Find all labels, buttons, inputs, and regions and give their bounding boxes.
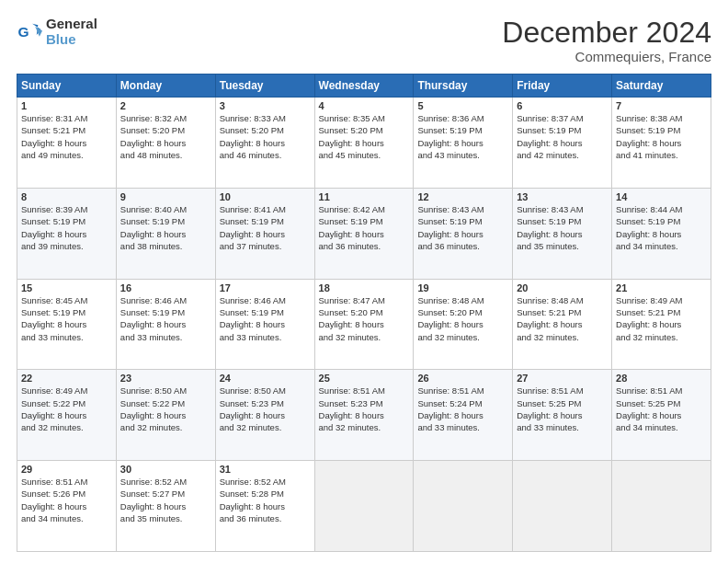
subtitle: Commequiers, France — [502, 49, 711, 64]
day-number: 16 — [120, 282, 211, 293]
cell-content: Sunrise: 8:51 AMSunset: 5:25 PMDaylight:… — [616, 385, 707, 433]
svg-text:G: G — [18, 23, 29, 39]
calendar-col-friday: Friday — [513, 75, 612, 98]
day-number: 11 — [319, 191, 410, 202]
day-number: 5 — [417, 100, 508, 111]
cell-content: Sunrise: 8:37 AMSunset: 5:19 PMDaylight:… — [517, 112, 608, 161]
cell-content: Sunrise: 8:48 AMSunset: 5:20 PMDaylight:… — [417, 294, 508, 343]
cell-content: Sunrise: 8:38 AMSunset: 5:19 PMDaylight:… — [616, 112, 707, 161]
calendar-cell: 25Sunrise: 8:51 AMSunset: 5:23 PMDayligh… — [314, 370, 414, 461]
calendar-table: SundayMondayTuesdayWednesdayThursdayFrid… — [17, 74, 711, 552]
cell-content: Sunrise: 8:50 AMSunset: 5:23 PMDaylight:… — [220, 385, 311, 433]
calendar-col-tuesday: Tuesday — [215, 75, 314, 98]
calendar-cell: 27Sunrise: 8:51 AMSunset: 5:25 PMDayligh… — [513, 370, 612, 461]
day-number: 3 — [220, 100, 311, 111]
day-number: 2 — [120, 100, 211, 111]
cell-content: Sunrise: 8:52 AMSunset: 5:28 PMDaylight:… — [220, 476, 311, 524]
calendar-week-3: 15Sunrise: 8:45 AMSunset: 5:19 PMDayligh… — [17, 279, 711, 370]
day-number: 13 — [517, 191, 608, 202]
day-number: 31 — [220, 464, 311, 475]
calendar-cell: 16Sunrise: 8:46 AMSunset: 5:19 PMDayligh… — [116, 279, 215, 370]
page: G General Blue December 2024 Commequiers… — [0, 0, 728, 563]
calendar-cell: 24Sunrise: 8:50 AMSunset: 5:23 PMDayligh… — [215, 370, 314, 461]
calendar-cell: 21Sunrise: 8:49 AMSunset: 5:21 PMDayligh… — [612, 279, 711, 370]
calendar-col-sunday: Sunday — [17, 75, 117, 98]
cell-content: Sunrise: 8:50 AMSunset: 5:22 PMDaylight:… — [120, 385, 211, 433]
main-title: December 2024 — [502, 17, 711, 49]
cell-content: Sunrise: 8:44 AMSunset: 5:19 PMDaylight:… — [616, 203, 707, 252]
calendar-cell — [414, 461, 513, 552]
cell-content: Sunrise: 8:47 AMSunset: 5:20 PMDaylight:… — [319, 294, 410, 343]
calendar-cell — [513, 461, 612, 552]
day-number: 1 — [21, 100, 112, 111]
day-number: 20 — [517, 282, 608, 293]
calendar-cell: 6Sunrise: 8:37 AMSunset: 5:19 PMDaylight… — [513, 98, 612, 189]
calendar-cell: 23Sunrise: 8:50 AMSunset: 5:22 PMDayligh… — [116, 370, 215, 461]
day-number: 7 — [616, 100, 707, 111]
calendar-week-1: 1Sunrise: 8:31 AMSunset: 5:21 PMDaylight… — [17, 98, 711, 189]
day-number: 8 — [21, 191, 112, 202]
calendar-cell: 22Sunrise: 8:49 AMSunset: 5:22 PMDayligh… — [17, 370, 117, 461]
cell-content: Sunrise: 8:49 AMSunset: 5:21 PMDaylight:… — [616, 294, 707, 343]
cell-content: Sunrise: 8:43 AMSunset: 5:19 PMDaylight:… — [517, 203, 608, 252]
calendar-cell: 20Sunrise: 8:48 AMSunset: 5:21 PMDayligh… — [513, 279, 612, 370]
cell-content: Sunrise: 8:49 AMSunset: 5:22 PMDaylight:… — [21, 385, 112, 433]
calendar-col-thursday: Thursday — [414, 75, 513, 98]
cell-content: Sunrise: 8:51 AMSunset: 5:25 PMDaylight:… — [517, 385, 608, 433]
day-number: 10 — [220, 191, 311, 202]
day-number: 23 — [120, 373, 211, 384]
cell-content: Sunrise: 8:42 AMSunset: 5:19 PMDaylight:… — [319, 203, 410, 252]
calendar-cell: 3Sunrise: 8:33 AMSunset: 5:20 PMDaylight… — [215, 98, 314, 189]
day-number: 29 — [21, 464, 112, 475]
logo-icon: G — [17, 19, 42, 45]
day-number: 18 — [319, 282, 410, 293]
day-number: 6 — [517, 100, 608, 111]
day-number: 30 — [120, 464, 211, 475]
calendar-cell: 14Sunrise: 8:44 AMSunset: 5:19 PMDayligh… — [612, 188, 711, 279]
calendar-cell: 26Sunrise: 8:51 AMSunset: 5:24 PMDayligh… — [414, 370, 513, 461]
day-number: 21 — [616, 282, 707, 293]
day-number: 24 — [220, 373, 311, 384]
cell-content: Sunrise: 8:48 AMSunset: 5:21 PMDaylight:… — [517, 294, 608, 343]
title-area: December 2024 Commequiers, France — [502, 17, 711, 64]
cell-content: Sunrise: 8:51 AMSunset: 5:26 PMDaylight:… — [21, 476, 112, 524]
calendar-cell — [314, 461, 414, 552]
cell-content: Sunrise: 8:40 AMSunset: 5:19 PMDaylight:… — [120, 203, 211, 252]
day-number: 25 — [319, 373, 410, 384]
day-number: 28 — [616, 373, 707, 384]
cell-content: Sunrise: 8:43 AMSunset: 5:19 PMDaylight:… — [417, 203, 508, 252]
day-number: 19 — [417, 282, 508, 293]
calendar-cell: 12Sunrise: 8:43 AMSunset: 5:19 PMDayligh… — [414, 188, 513, 279]
logo-line2: Blue — [46, 32, 97, 48]
calendar-cell: 15Sunrise: 8:45 AMSunset: 5:19 PMDayligh… — [17, 279, 117, 370]
calendar-cell — [612, 461, 711, 552]
day-number: 27 — [517, 373, 608, 384]
calendar-cell: 4Sunrise: 8:35 AMSunset: 5:20 PMDaylight… — [314, 98, 414, 189]
day-number: 9 — [120, 191, 211, 202]
calendar-col-monday: Monday — [116, 75, 215, 98]
calendar-cell: 10Sunrise: 8:41 AMSunset: 5:19 PMDayligh… — [215, 188, 314, 279]
logo-line1: General — [46, 17, 97, 32]
calendar-body: 1Sunrise: 8:31 AMSunset: 5:21 PMDaylight… — [17, 98, 711, 552]
calendar-cell: 7Sunrise: 8:38 AMSunset: 5:19 PMDaylight… — [612, 98, 711, 189]
cell-content: Sunrise: 8:51 AMSunset: 5:23 PMDaylight:… — [319, 385, 410, 433]
cell-content: Sunrise: 8:33 AMSunset: 5:20 PMDaylight:… — [220, 112, 311, 161]
logo: G General Blue — [17, 17, 97, 47]
calendar-cell: 9Sunrise: 8:40 AMSunset: 5:19 PMDaylight… — [116, 188, 215, 279]
day-number: 4 — [319, 100, 410, 111]
cell-content: Sunrise: 8:31 AMSunset: 5:21 PMDaylight:… — [21, 112, 112, 161]
cell-content: Sunrise: 8:45 AMSunset: 5:19 PMDaylight:… — [21, 294, 112, 343]
calendar-header-row: SundayMondayTuesdayWednesdayThursdayFrid… — [17, 75, 711, 98]
cell-content: Sunrise: 8:39 AMSunset: 5:19 PMDaylight:… — [21, 203, 112, 252]
day-number: 22 — [21, 373, 112, 384]
cell-content: Sunrise: 8:41 AMSunset: 5:19 PMDaylight:… — [220, 203, 311, 252]
calendar-cell: 13Sunrise: 8:43 AMSunset: 5:19 PMDayligh… — [513, 188, 612, 279]
calendar-cell: 28Sunrise: 8:51 AMSunset: 5:25 PMDayligh… — [612, 370, 711, 461]
cell-content: Sunrise: 8:51 AMSunset: 5:24 PMDaylight:… — [417, 385, 508, 433]
cell-content: Sunrise: 8:32 AMSunset: 5:20 PMDaylight:… — [120, 112, 211, 161]
calendar-cell: 1Sunrise: 8:31 AMSunset: 5:21 PMDaylight… — [17, 98, 117, 189]
day-number: 17 — [220, 282, 311, 293]
cell-content: Sunrise: 8:35 AMSunset: 5:20 PMDaylight:… — [319, 112, 410, 161]
calendar-col-wednesday: Wednesday — [314, 75, 414, 98]
day-number: 14 — [616, 191, 707, 202]
